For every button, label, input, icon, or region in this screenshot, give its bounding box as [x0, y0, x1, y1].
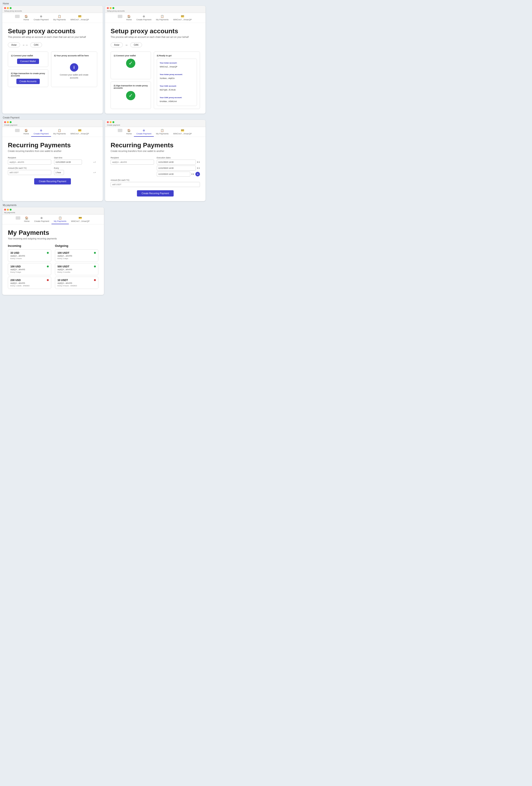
incoming-col: Incoming 33 USD aq4jQA...akvnhS Every 2 … [8, 244, 51, 290]
dot-green-1 [10, 7, 11, 9]
outgoing-status-dot-1 [94, 252, 96, 254]
my-payments-section: My payments My payments 🏠 Home ⊕ Cr [2, 204, 206, 295]
mypayments-icon-5: 📋 [59, 216, 62, 219]
incoming-amount-3: 230 USD [10, 279, 21, 281]
outgoing-schedule-1: Every 2 days [57, 257, 96, 259]
browser-dots-2 [107, 7, 204, 9]
nav-mypayments-4[interactable]: 📋 My Payments [154, 128, 171, 137]
browser-chrome-1: Setup proxy accounts [2, 6, 103, 13]
nav-wallet-1[interactable]: 💳 WMCns7...XmacQP [68, 14, 91, 23]
my-payments-subtitle: Your incoming and outgoing recurring pay… [8, 237, 98, 240]
steps-grid-right: 1) Connect your wallet ✓ 2) Sign transac… [111, 51, 200, 109]
create-title-left: Recurring Payments [8, 142, 97, 149]
amount-input-right[interactable] [111, 182, 200, 187]
nav-create-4[interactable]: ⊕ Create Payment [134, 128, 154, 137]
setup-content-right: Setup proxy accounts This process will s… [105, 23, 206, 114]
incoming-status-dot-3 [47, 279, 49, 281]
amount-group-left: Amount (for each TX) [8, 167, 51, 175]
setup-panel-left: Setup proxy accounts 🏠 Home ⊕ Create Pay… [2, 6, 103, 114]
outgoing-amount-2: 500 USDT [57, 265, 69, 268]
steps-right-col: 1) Connect your wallet ✓ 2) Sign transac… [111, 51, 151, 109]
outgoing-card-2: 500 USDT aq4jQA...akvnhS Every 2 months [55, 263, 98, 275]
exec-date-row-1: ⬆⬇ [157, 160, 200, 165]
outgoing-card-header-1: 100 USDT [57, 251, 96, 254]
create-subtitle-right: Create recurring transfers from one wall… [111, 150, 200, 153]
exec-date-input-3[interactable] [157, 171, 190, 177]
add-date-button[interactable]: + [195, 172, 200, 177]
dot-red-3 [4, 121, 6, 123]
nav-home-1[interactable]: 🏠 Home [21, 14, 31, 23]
nav-mypayments-1[interactable]: 📋 My Payments [51, 14, 68, 23]
exec-date-input-1[interactable] [157, 160, 196, 165]
incoming-card-1: 33 USD aq4jQA...akvnhS Every 2 hours [8, 249, 51, 262]
nav-create-1[interactable]: ⊕ Create Payment [31, 14, 51, 23]
nav-home-5[interactable]: 🏠 Home [22, 215, 32, 224]
nav-wallet-label-1: WMCns7...XmacQP [70, 19, 89, 21]
exec-date-stepper-2[interactable]: ⬆⬇ [197, 167, 200, 169]
nav-home-3[interactable]: 🏠 Home [21, 128, 31, 137]
dot-green-2 [112, 7, 114, 9]
chain-from-right: Astar [111, 43, 123, 47]
incoming-address-3: aq4jQA...akvnhS [10, 282, 49, 284]
amount-input-left[interactable] [8, 170, 51, 175]
nav-logo-3 [15, 129, 20, 132]
incoming-amount-2: 100 USD [10, 265, 21, 268]
nav-create-2[interactable]: ⊕ Create Payment [134, 14, 154, 23]
nav-wallet-2[interactable]: 💳 WMCns7...XmacQP [171, 14, 194, 23]
nav-create-3[interactable]: ⊕ Create Payment [31, 128, 51, 137]
my-payments-panel: My payments 🏠 Home ⊕ Create Payment 📋 My… [2, 207, 104, 295]
nav-mypayments-label-2: My Payments [156, 19, 169, 21]
incoming-address-2: aq4jQA...akvnhS [10, 268, 49, 271]
nav-wallet-5[interactable]: 💳 WMCns7...XmacQP [69, 215, 92, 224]
wallet-icon-5: 💳 [78, 216, 82, 219]
outgoing-schedule-3: Every 5 hours - ENDED [57, 285, 96, 287]
dot-green-5 [10, 209, 11, 211]
browser-tab-1: Setup proxy accounts [4, 10, 101, 12]
mypayments-icon-2: 📋 [160, 15, 164, 18]
dot-yellow-4 [110, 121, 112, 123]
top-nav-2: 🏠 Home ⊕ Create Payment 📋 My Payments 💳 … [105, 13, 206, 23]
incoming-card-2: 100 USD aq4jQA...akvnhS Every 5 days [8, 263, 51, 275]
chain-to-left: OAK [30, 43, 42, 47]
dot-red-1 [4, 7, 6, 9]
dot-yellow-5 [7, 209, 9, 211]
dot-red-5 [4, 209, 6, 211]
exec-date-stepper-3[interactable]: ⬆⬇ [191, 173, 194, 175]
incoming-card-3: 230 USD aq4jQA...akvnhS Every 1 week - E… [8, 277, 51, 289]
exec-date-stepper-1[interactable]: ⬆⬇ [197, 161, 200, 163]
nav-create-5[interactable]: ⊕ Create Payment [32, 215, 51, 224]
home-icon-1: 🏠 [24, 15, 28, 18]
step3-box: 3) Your proxy accounts will be here i Co… [51, 51, 97, 87]
nav-mypayments-2[interactable]: 📋 My Payments [154, 14, 171, 23]
top-nav-5: 🏠 Home ⊕ Create Payment 📋 My Payments 💳 … [2, 214, 104, 225]
recipient-input-right[interactable] [111, 160, 154, 165]
create-recurring-button-left[interactable]: Create Recurring Payment [34, 178, 71, 184]
step2-box: 2) Sign transaction to create proxy acco… [8, 69, 48, 87]
nav-wallet-4[interactable]: 💳 WMCns7...XmacQP [171, 128, 194, 137]
nav-logo-4 [118, 129, 122, 132]
nav-wallet-3[interactable]: 💳 WMCns7...XmacQP [68, 128, 91, 137]
nav-create-label-5: Create Payment [34, 220, 49, 222]
every-select-left[interactable]: 1 hour 2 hours 1 day 1 week [54, 170, 64, 175]
outgoing-amount-1: 100 USDT [57, 251, 69, 254]
nav-mypayments-5[interactable]: 📋 My Payments [51, 215, 69, 224]
start-time-label-left: Start time [54, 157, 97, 159]
info-placeholder: i Connect your wallet and create account… [54, 59, 94, 84]
nav-wallet-label-3: WMCns7...XmacQP [70, 133, 89, 135]
nav-home-2[interactable]: 🏠 Home [124, 14, 134, 23]
browser-tab-5: My payments [4, 211, 102, 214]
nav-wallet-label-2: WMCns7...XmacQP [173, 19, 192, 21]
connect-wallet-button[interactable]: Connect Wallet [17, 59, 39, 64]
recipient-input-left[interactable] [8, 160, 51, 165]
incoming-status-dot-1 [47, 252, 49, 254]
nav-mypayments-3[interactable]: 📋 My Payments [51, 128, 68, 137]
every-label-left: Every [54, 167, 97, 169]
start-time-input[interactable] [54, 160, 82, 165]
dot-yellow-3 [7, 121, 9, 123]
create-recurring-button-right[interactable]: Create Recurring Payment [137, 190, 174, 196]
chain-row-right: Astar ↔ OAK [111, 43, 200, 47]
nav-home-4[interactable]: 🏠 Home [124, 128, 134, 137]
mypayments-icon-4: 📋 [160, 129, 164, 132]
create-accounts-button[interactable]: Create Accounts [16, 79, 40, 84]
exec-date-input-2[interactable] [157, 166, 196, 171]
